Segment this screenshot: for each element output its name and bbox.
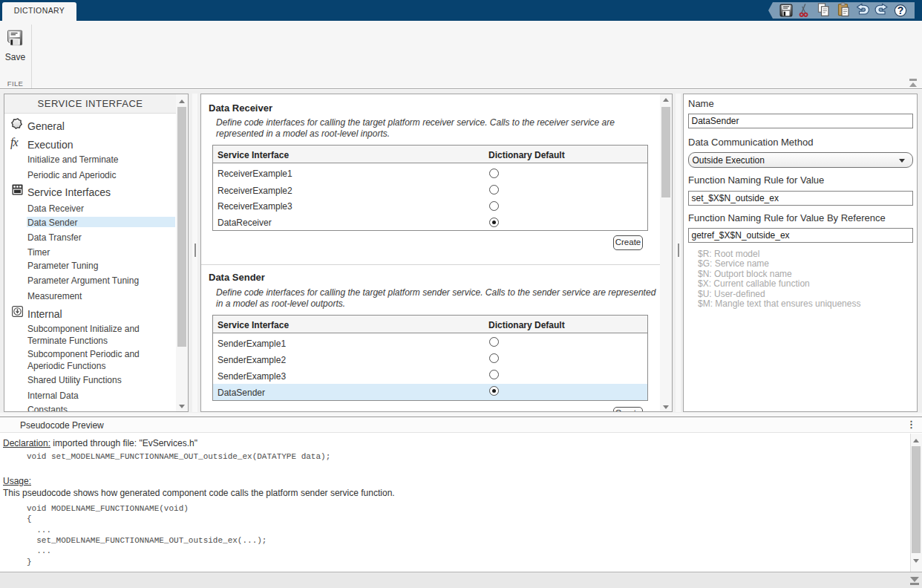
svg-text:?: ? [898, 4, 904, 16]
